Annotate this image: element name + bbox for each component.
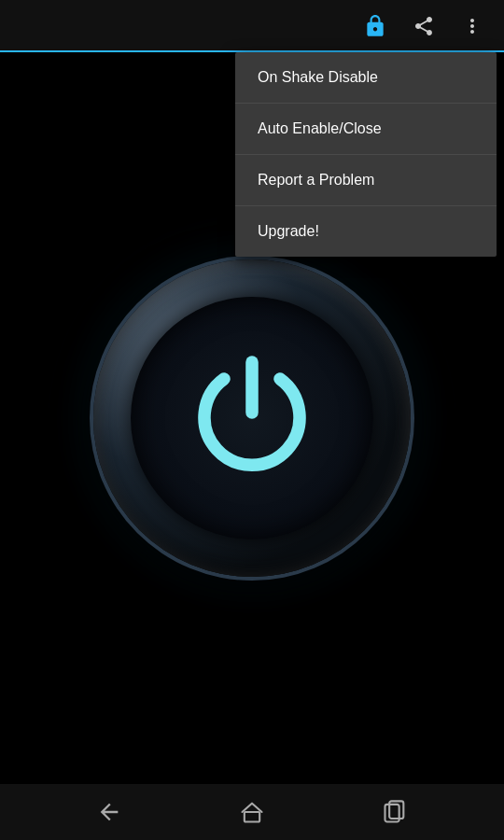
dropdown-menu: On Shake Disable Auto Enable/Close Repor… [235, 52, 497, 257]
nav-recents-button[interactable] [371, 789, 418, 835]
svg-rect-1 [245, 812, 259, 822]
dropdown-item-auto-enable[interactable]: Auto Enable/Close [235, 104, 497, 155]
power-icon [182, 348, 322, 488]
dropdown-item-shake-disable[interactable]: On Shake Disable [235, 52, 497, 104]
bottom-nav-bar [0, 784, 504, 840]
power-button-outer-ring[interactable] [93, 259, 411, 577]
dropdown-item-upgrade[interactable]: Upgrade! [235, 206, 497, 257]
nav-back-button[interactable] [86, 789, 133, 835]
nav-home-button[interactable] [229, 789, 275, 835]
more-options-icon-button[interactable] [452, 6, 493, 47]
lock-icon-button[interactable] [355, 6, 396, 47]
power-button-inner-circle[interactable] [131, 297, 373, 539]
top-bar [0, 0, 504, 52]
dropdown-item-report-problem[interactable]: Report a Problem [235, 155, 497, 206]
share-icon-button[interactable] [403, 6, 444, 47]
